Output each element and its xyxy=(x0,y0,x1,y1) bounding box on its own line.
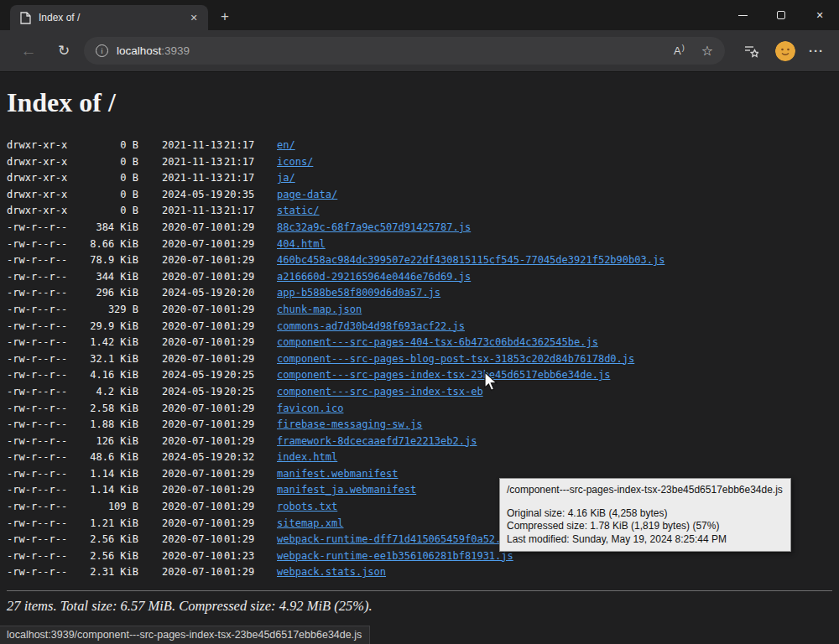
column-gap xyxy=(138,351,162,368)
file-link[interactable]: 460bc458ac984dc399507e22df430815115cf545… xyxy=(277,252,664,269)
file-link[interactable]: component---src-pages-index-tsx-eb xyxy=(277,384,483,401)
column-gap xyxy=(138,548,162,565)
file-link[interactable]: index.html xyxy=(277,449,337,466)
favorites-hub-icon[interactable] xyxy=(743,44,758,59)
listing-row: drwxr-xr-x 0 B 2021-11-13 21:17 ja/ xyxy=(0,170,839,187)
file-size: 109 B xyxy=(84,499,138,516)
read-aloud-icon[interactable]: A) xyxy=(674,44,685,57)
tab-strip: Index of / ✕ + ✕ xyxy=(0,0,839,30)
file-info-tooltip: /component---src-pages-index-tsx-23be45d… xyxy=(499,478,791,552)
file-permissions: -rw-r--r-- xyxy=(7,449,84,466)
file-size: 0 B xyxy=(84,170,138,187)
listing-row: -rw-r--r-- 344 KiB 2020-07-10 01:29 a216… xyxy=(0,269,839,286)
file-link[interactable]: chunk-map.json xyxy=(277,302,362,319)
file-link[interactable]: manifest.webmanifest xyxy=(277,466,399,483)
listing-row: -rw-r--r-- 32.1 KiB 2020-07-10 01:29 com… xyxy=(0,351,839,368)
file-link[interactable]: 88c32a9c-68f7a9ec507d91425787.js xyxy=(277,220,471,236)
file-size: 1.14 KiB xyxy=(84,466,138,483)
address-bar[interactable]: i localhost:3939 A) ☆ xyxy=(84,37,725,65)
file-date: 2024-05-19 xyxy=(162,449,224,466)
file-link[interactable]: ja/ xyxy=(277,170,295,187)
file-date: 2020-07-10 xyxy=(162,499,224,516)
minimize-icon xyxy=(738,15,748,16)
column-gap xyxy=(138,319,162,335)
file-link[interactable]: framework-8dcecaaefd71e2213eb2.js xyxy=(277,434,477,450)
file-permissions: -rw-r--r-- xyxy=(7,499,84,516)
tooltip-last-modified: Last modified: Sunday, May 19, 2024 8:25… xyxy=(507,533,785,547)
file-link[interactable]: 404.html xyxy=(277,236,326,253)
column-gap xyxy=(138,285,162,302)
file-link[interactable]: webpack-runtime-ee1b356106281bf81931.js xyxy=(277,548,513,565)
file-link[interactable]: component---src-pages-blog-post-tsx-3185… xyxy=(277,351,634,368)
file-permissions: drwxr-xr-x xyxy=(7,187,84,204)
listing-row: -rw-r--r-- 8.66 KiB 2020-07-10 01:29 404… xyxy=(0,236,839,253)
file-size: 8.66 KiB xyxy=(84,236,138,253)
file-permissions: -rw-r--r-- xyxy=(7,417,84,434)
profile-avatar[interactable] xyxy=(775,41,795,61)
file-link[interactable]: robots.txt xyxy=(277,499,337,516)
tooltip-path: /component---src-pages-index-tsx-23be45d… xyxy=(507,484,785,497)
file-link[interactable]: component---src-pages-index-tsx-23be45d6… xyxy=(277,367,610,384)
back-button-icon[interactable]: ← xyxy=(17,42,40,60)
file-size: 0 B xyxy=(84,154,138,171)
refresh-button-icon[interactable]: ↻ xyxy=(52,42,76,60)
file-size: 78.9 KiB xyxy=(84,252,138,269)
maximize-button[interactable] xyxy=(762,0,800,30)
file-link[interactable]: static/ xyxy=(277,203,320,220)
file-time: 01:29 xyxy=(224,466,277,483)
listing-row: -rw-r--r-- 1.42 KiB 2020-07-10 01:29 com… xyxy=(0,335,839,351)
file-date: 2020-07-10 xyxy=(162,417,224,434)
site-info-icon[interactable]: i xyxy=(96,44,108,57)
file-size: 1.42 KiB xyxy=(84,335,138,351)
listing-row: drwxr-xr-x 0 B 2021-11-13 21:17 en/ xyxy=(0,138,839,154)
window-close-button[interactable]: ✕ xyxy=(800,0,839,30)
file-link[interactable]: page-data/ xyxy=(277,187,337,204)
column-gap xyxy=(138,532,162,548)
file-permissions: -rw-r--r-- xyxy=(7,367,84,384)
file-link[interactable]: sitemap.xml xyxy=(277,516,343,532)
file-link[interactable]: manifest_ja.webmanifest xyxy=(277,482,416,499)
maximize-icon xyxy=(777,11,785,19)
file-permissions: -rw-r--r-- xyxy=(7,401,84,418)
file-date: 2021-11-13 xyxy=(162,154,224,171)
file-time: 01:29 xyxy=(224,269,277,286)
file-link[interactable]: icons/ xyxy=(277,154,313,171)
column-gap xyxy=(138,236,162,253)
file-permissions: -rw-r--r-- xyxy=(7,236,84,253)
file-size: 1.14 KiB xyxy=(84,482,138,499)
file-permissions: drwxr-xr-x xyxy=(7,170,84,187)
file-link[interactable]: webpack-runtime-dff71d415065459f0a52.js xyxy=(277,532,513,548)
file-permissions: -rw-r--r-- xyxy=(7,302,84,319)
file-link[interactable]: favicon.ico xyxy=(277,401,343,418)
file-time: 01:29 xyxy=(224,236,277,253)
divider xyxy=(7,590,832,591)
navigation-bar: ← ↻ i localhost:3939 A) ☆ ··· xyxy=(0,30,839,72)
new-tab-button[interactable]: + xyxy=(213,5,237,29)
settings-menu-icon[interactable]: ··· xyxy=(809,44,824,58)
file-link[interactable]: en/ xyxy=(277,138,295,154)
listing-row: drwxr-xr-x 0 B 2024-05-19 20:35 page-dat… xyxy=(0,187,839,204)
file-time: 01:29 xyxy=(224,516,277,532)
file-date: 2020-07-10 xyxy=(162,335,224,351)
file-link[interactable]: firebase-messaging-sw.js xyxy=(277,417,422,434)
file-time: 01:29 xyxy=(224,335,277,351)
listing-row: -rw-r--r-- 384 KiB 2020-07-10 01:29 88c3… xyxy=(0,220,839,236)
column-gap xyxy=(138,499,162,516)
page-favicon-document-icon xyxy=(18,11,32,24)
file-link[interactable]: app-b588be58f8009d6d0a57.js xyxy=(277,285,440,302)
column-gap xyxy=(138,203,162,220)
file-date: 2024-05-19 xyxy=(162,285,224,302)
minimize-button[interactable] xyxy=(723,0,762,30)
file-permissions: -rw-r--r-- xyxy=(7,220,84,236)
browser-tab[interactable]: Index of / ✕ xyxy=(10,5,208,30)
file-link[interactable]: component---src-pages-404-tsx-6b473c06bd… xyxy=(277,335,598,351)
file-permissions: -rw-r--r-- xyxy=(7,434,84,450)
url-text[interactable]: localhost:3939 xyxy=(117,44,190,57)
file-link[interactable]: a216660d-292165964e0446e76d69.js xyxy=(277,269,471,286)
file-time: 01:29 xyxy=(224,564,277,581)
file-link[interactable]: webpack.stats.json xyxy=(277,564,386,581)
tab-close-icon[interactable]: ✕ xyxy=(186,10,201,25)
file-link[interactable]: commons-ad7d30b4d98f693acf22.js xyxy=(277,319,465,335)
add-favorite-star-icon[interactable]: ☆ xyxy=(701,43,713,59)
column-gap xyxy=(138,449,162,466)
